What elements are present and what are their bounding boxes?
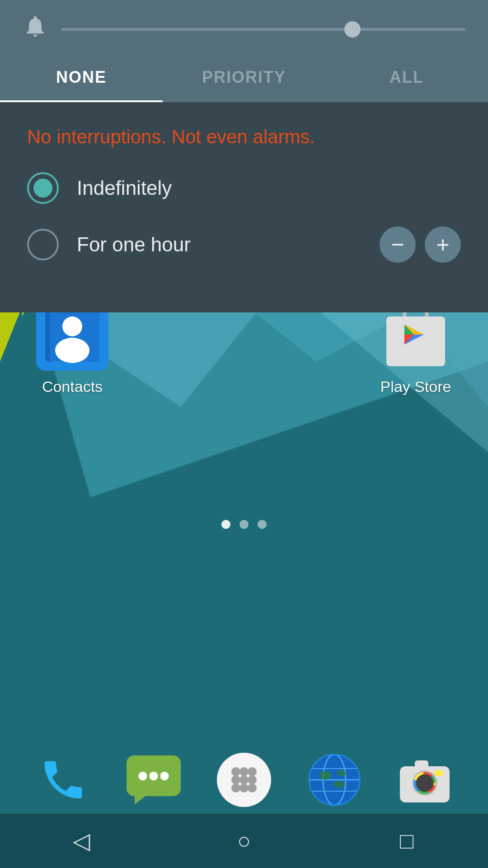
svg-point-27 — [239, 775, 249, 784]
svg-rect-13 — [386, 316, 445, 366]
dock-messenger[interactable] — [124, 750, 183, 809]
increment-button[interactable]: + — [425, 226, 461, 263]
label-indefinitely: Indefinitely — [77, 177, 172, 199]
tab-all[interactable]: ALL — [325, 54, 488, 102]
dock-browser[interactable] — [305, 750, 364, 809]
tabs-row: NONE PRIORITY ALL — [0, 54, 488, 102]
recents-button[interactable]: □ — [384, 818, 429, 863]
svg-point-39 — [337, 770, 346, 776]
svg-point-21 — [160, 772, 169, 780]
dock-phone[interactable] — [34, 750, 93, 809]
dropdown-panel: No interruptions. Not even alarms. Indef… — [0, 102, 488, 312]
svg-point-24 — [239, 767, 249, 776]
hour-controls: − + — [380, 226, 461, 263]
slider-thumb[interactable] — [344, 21, 361, 38]
dock-app-drawer[interactable] — [215, 750, 273, 809]
dot-3 — [258, 520, 267, 529]
svg-point-23 — [231, 767, 240, 776]
tab-priority[interactable]: PRIORITY — [163, 54, 325, 102]
option-indefinitely[interactable]: Indefinitely — [27, 172, 461, 204]
svg-point-40 — [333, 781, 344, 788]
decrement-button[interactable]: − — [380, 226, 416, 263]
svg-rect-49 — [435, 770, 443, 776]
svg-marker-22 — [135, 796, 145, 804]
volume-slider[interactable] — [61, 28, 465, 31]
svg-point-11 — [62, 316, 82, 336]
svg-point-30 — [239, 783, 249, 793]
svg-point-20 — [149, 772, 158, 780]
ringer-bar — [0, 0, 488, 54]
radio-for-one-hour[interactable] — [27, 229, 59, 260]
svg-point-26 — [231, 775, 240, 784]
dot-1 — [221, 520, 230, 529]
home-button[interactable]: ○ — [221, 818, 267, 863]
label-for-one-hour: For one hour — [77, 233, 191, 256]
app-contacts[interactable]: Contacts — [27, 298, 117, 396]
apps-area: Contacts Play Store — [0, 298, 488, 409]
radio-inner-indefinitely — [33, 179, 52, 198]
contacts-label: Contacts — [42, 378, 103, 396]
notification-panel: NONE PRIORITY ALL No interruptions. Not … — [0, 0, 488, 312]
dock — [0, 750, 488, 809]
nav-bar: ◁ ○ □ — [0, 814, 488, 868]
option-for-one-hour[interactable]: For one hour − + — [27, 226, 461, 263]
svg-point-31 — [248, 783, 257, 793]
apps-grid-icon — [217, 753, 271, 807]
svg-rect-48 — [415, 760, 428, 769]
bell-icon — [23, 14, 48, 45]
back-button[interactable]: ◁ — [59, 818, 104, 863]
svg-point-38 — [319, 771, 332, 780]
play-store-label: Play Store — [380, 378, 451, 396]
radio-indefinitely[interactable] — [27, 172, 59, 204]
app-play-store[interactable]: Play Store — [371, 298, 461, 396]
svg-point-12 — [55, 338, 89, 363]
tab-none[interactable]: NONE — [0, 54, 163, 102]
page-dots — [0, 520, 488, 529]
svg-point-19 — [138, 772, 147, 780]
svg-point-29 — [231, 783, 240, 793]
warning-text: No interruptions. Not even alarms. — [27, 125, 461, 150]
svg-point-28 — [248, 775, 257, 784]
dot-2 — [239, 520, 249, 529]
svg-point-25 — [248, 767, 257, 776]
app-row-main: Contacts Play Store — [27, 298, 461, 396]
dock-camera[interactable] — [395, 750, 454, 809]
